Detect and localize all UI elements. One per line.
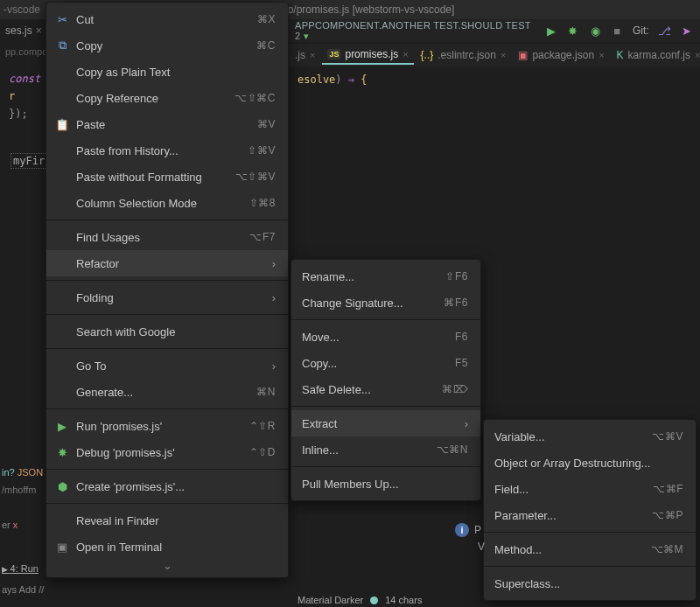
menu-item-object-or-array-destructuring[interactable]: Object or Array Destructuring... [484, 450, 696, 476]
blank-icon [55, 91, 69, 105]
menu-item-copy-as-plain-text[interactable]: Copy as Plain Text [46, 59, 288, 85]
debug-icon[interactable]: ✸ [566, 24, 579, 38]
blank-icon [55, 196, 69, 210]
shortcut: ⌘V [257, 118, 276, 130]
chevron-down-icon[interactable]: ⌄ [163, 559, 172, 572]
menu-item-label: Cut [76, 13, 236, 26]
tab-package[interactable]: ▣package.json× [513, 45, 609, 65]
menu-item-label: Copy Reference [76, 92, 214, 105]
coverage-icon[interactable]: ◉ [588, 24, 601, 38]
menu-item-safe-delete[interactable]: Safe Delete...⌘⌦ [291, 376, 480, 402]
shortcut: ⌘F6 [444, 297, 468, 309]
info-icon: i [455, 523, 469, 537]
title-prefix: -vscode [4, 3, 40, 16]
close-icon[interactable]: × [500, 50, 506, 60]
menu-item-column-selection-mode[interactable]: Column Selection Mode⇧⌘8 [46, 190, 288, 216]
menu-item-label: Copy [76, 39, 235, 52]
menu-item-label: Generate... [76, 386, 235, 399]
menu-item-label: Paste from History... [76, 144, 227, 157]
menu-item-extract[interactable]: Extract› [291, 410, 480, 436]
status-theme[interactable]: Material Darker [298, 595, 363, 605]
menu-item-debug-promises-js[interactable]: ✸Debug 'promises.js'⌃⇧D [46, 439, 288, 465]
run-icon[interactable]: ▶ [544, 24, 557, 38]
tab-karma[interactable]: Kkarma.conf.js× [612, 45, 700, 65]
blank-icon [55, 230, 69, 244]
shortcut: ⌥⇧⌘V [235, 171, 276, 183]
menu-item-folding[interactable]: Folding› [46, 284, 288, 310]
menu-item-rename[interactable]: Rename...⇧F6 [291, 263, 480, 290]
menu-item-label: Refactor [76, 257, 255, 270]
context-menu: ✂Cut⌘X⧉Copy⌘CCopy as Plain TextCopy Refe… [46, 2, 289, 578]
debug-icon: ✸ [55, 445, 69, 459]
karma-icon: K [617, 49, 624, 61]
git-label: Git: [633, 24, 649, 37]
shortcut: ⇧F6 [445, 270, 468, 283]
code-editor[interactable]: const r }); [9, 70, 40, 122]
node-icon: ⬢ [55, 479, 69, 493]
stop-icon[interactable]: ■ [611, 24, 624, 38]
menu-item-label: Superclass... [494, 577, 683, 590]
menu-item-copy-reference[interactable]: Copy Reference⌥⇧⌘C [46, 85, 288, 111]
menu-item-copy[interactable]: Copy...F5 [291, 350, 480, 376]
menu-item-superclass[interactable]: Superclass... [484, 570, 696, 597]
menu-item-copy[interactable]: ⧉Copy⌘C [46, 32, 288, 59]
branch-icon[interactable]: ⎇ [658, 24, 671, 38]
menu-item-move[interactable]: Move...F6 [291, 324, 480, 350]
push-icon[interactable]: ➤ [680, 24, 693, 38]
tab-js[interactable]: .js× [290, 45, 320, 65]
menu-item-label: Run 'promises.js' [76, 420, 228, 433]
menu-item-field[interactable]: Field...⌥⌘F [484, 476, 696, 502]
shortcut: ⌘⌦ [442, 383, 468, 395]
menu-item-paste-without-formatting[interactable]: Paste without Formatting⌥⇧⌘V [46, 164, 288, 190]
menu-item-inline[interactable]: Inline...⌥⌘N [291, 436, 480, 463]
shortcut: ⌥⌘P [652, 509, 683, 521]
menu-item-label: Search with Google [76, 325, 276, 338]
blank-icon [55, 170, 69, 184]
menu-item-parameter[interactable]: Parameter...⌥⌘P [484, 502, 696, 528]
blank-icon [55, 290, 69, 304]
menu-item-label: Pull Members Up... [302, 478, 468, 491]
shortcut: ⇧⌘8 [249, 197, 276, 209]
menu-item-label: Copy as Plain Text [76, 66, 276, 79]
menu-item-search-with-google[interactable]: Search with Google [46, 318, 288, 345]
copy-icon: ⧉ [55, 38, 69, 52]
close-icon[interactable]: × [695, 50, 700, 60]
refactor-submenu: Rename...⇧F6Change Signature...⌘F6Move..… [290, 259, 481, 501]
run-icon: ▶ [55, 419, 69, 433]
menu-item-paste[interactable]: 📋Paste⌘V [46, 111, 288, 137]
menu-item-run-promises-js[interactable]: ▶Run 'promises.js'⌃⇧R [46, 413, 288, 439]
menu-item-pull-members-up[interactable]: Pull Members Up... [291, 471, 480, 497]
menu-item-label: Variable... [494, 430, 631, 443]
menu-item-label: Change Signature... [302, 297, 423, 310]
menu-item-label: Method... [494, 543, 630, 556]
menu-item-create-promises-js[interactable]: ⬢Create 'promises.js'... [46, 473, 288, 499]
tab-promises[interactable]: JSpromises.js× [322, 45, 413, 65]
menu-item-label: Folding [76, 291, 255, 304]
menu-item-reveal-in-finder[interactable]: Reveal in Finder [46, 507, 288, 534]
close-icon[interactable]: × [36, 24, 42, 37]
menu-item-find-usages[interactable]: Find Usages⌥F7 [46, 224, 288, 250]
close-icon[interactable]: × [310, 50, 315, 60]
run-config[interactable]: APPCOMPONENT.ANOTHER TEST.SHOULD TEST 2 [295, 20, 536, 42]
info-popup[interactable]: i P [455, 523, 481, 537]
menu-item-variable[interactable]: Variable...⌥⌘V [484, 423, 696, 450]
close-icon[interactable]: × [598, 50, 604, 60]
menu-item-method[interactable]: Method...⌥⌘M [484, 536, 696, 562]
code-line[interactable]: esolve) ⇒ { [298, 73, 368, 86]
tab-eslintrc[interactable]: {..}.eslintrc.json× [416, 45, 512, 65]
close-icon[interactable]: × [402, 49, 408, 59]
menu-item-generate[interactable]: Generate...⌘N [46, 379, 288, 405]
code-token: myFir [10, 153, 47, 169]
shortcut: ⇧⌘V [248, 144, 276, 157]
menu-item-open-in-terminal[interactable]: ▣Open in Terminal [46, 534, 288, 560]
menu-item-cut[interactable]: ✂Cut⌘X [46, 6, 288, 32]
shortcut: ⌥⇧⌘C [234, 92, 276, 104]
menu-item-change-signature[interactable]: Change Signature...⌘F6 [291, 290, 480, 316]
npm-icon: ▣ [518, 49, 528, 61]
menu-item-label: Rename... [302, 270, 424, 283]
menu-item-go-to[interactable]: Go To› [46, 352, 288, 379]
menu-item-refactor[interactable]: Refactor› [46, 250, 288, 276]
tool-window-run[interactable]: 4: Run [2, 563, 38, 574]
tab-left-label: ses.js [5, 24, 32, 37]
menu-item-paste-from-history[interactable]: Paste from History...⇧⌘V [46, 137, 288, 164]
